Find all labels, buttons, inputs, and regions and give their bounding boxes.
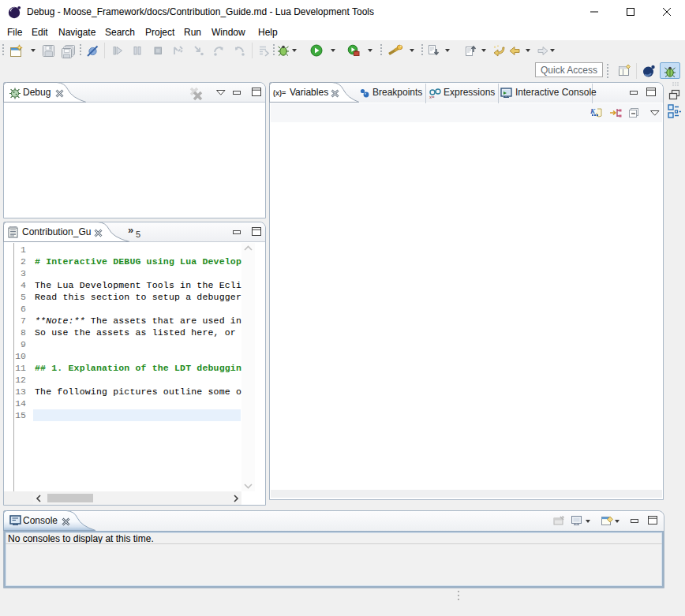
svg-text:x=: x= xyxy=(429,95,435,99)
svg-text:K: K xyxy=(590,107,596,115)
